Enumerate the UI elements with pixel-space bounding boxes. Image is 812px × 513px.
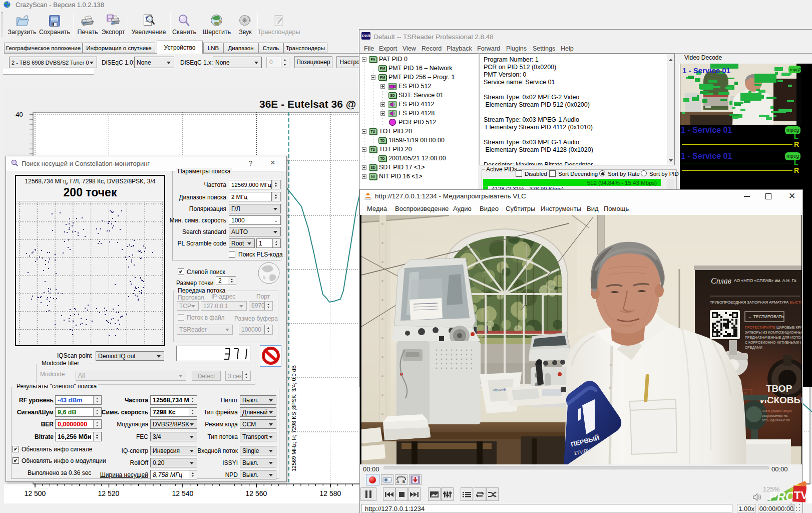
svg-text:PRO: PRO [769, 489, 795, 503]
svg-text:Сплав: Сплав [711, 277, 731, 285]
svg-text:A: A [396, 480, 399, 483]
svg-text:ость, однанные вв: ость, однанные вв [762, 418, 790, 422]
svg-text:С КОРРОЗИОННО-АКТИВНЫМИ И А: С КОРРОЗИОННО-АКТИВНЫМИ И А [745, 341, 801, 344]
svg-text:ЗАТВОРЫ ИЗ КОМПОЗИЦИОННЫХ М: ЗАТВОРЫ ИЗ КОМПОЗИЦИОННЫХ М [745, 331, 801, 335]
svg-text:1 - Service 01: 1 - Service 01 [682, 66, 730, 75]
svg-text:ПРЕДНАЗНАЧЕННЫЕ ДЛЯ ИСПОЛЬЗ: ПРЕДНАЗНАЧЕННЫЕ ДЛЯ ИСПОЛЬЗ [745, 336, 801, 340]
svg-text:АО «НПО «СПЛАВ» им. А.Н. Га: АО «НПО «СПЛАВ» им. А.Н. Га [734, 278, 796, 283]
svg-text:ТРУБОПРОВОДНАЯ ЗАПОРНАЯ АРМАТУ: ТРУБОПРОВОДНАЯ ЗАПОРНАЯ АРМАТУРА БЫСТРО … [710, 300, 801, 305]
svg-text:ния в рамках нацио: ния в рамках нацио [762, 409, 792, 413]
svg-text:← ТЕСТИРОВАТЬ: ← ТЕСТИРОВАТЬ [748, 314, 784, 319]
svg-text:ПРОТЕСТИРУЙТЕ ШАРОВЫЕ КРАНЫ: ПРОТЕСТИРУЙТЕ ШАРОВЫЕ КРАНЫ [745, 325, 801, 329]
svg-text:mpg2: mpg2 [790, 67, 801, 72]
svg-text:СРЕДАМИ: СРЕДАМИ [745, 346, 762, 350]
svg-text:B: B [402, 480, 405, 483]
svg-text:ТВОР: ТВОР [766, 383, 792, 394]
svg-text:TV: TV [794, 489, 808, 501]
svg-text:окортизонных на: окортизонных на [762, 414, 787, 418]
